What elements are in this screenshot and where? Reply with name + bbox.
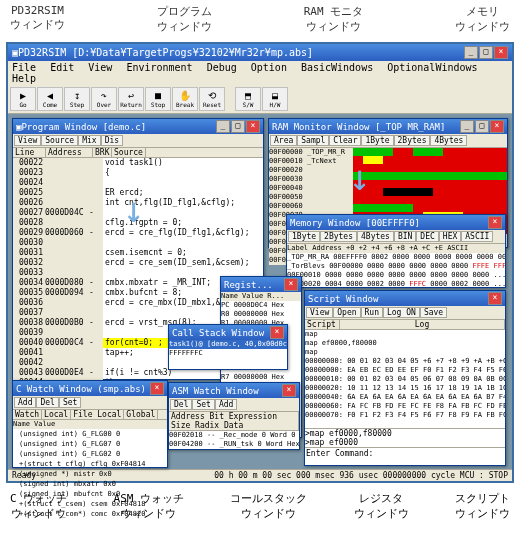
close-button[interactable]: × <box>270 326 284 339</box>
top-callouts: PD32RSIM ウィンドウ プログラム ウィンドウ RAM モニタ ウィンドウ… <box>0 0 520 42</box>
callstack-titlebar[interactable]: Call Stack Window × <box>169 325 287 340</box>
asmwatch-toolbar: Del Set Add <box>169 398 299 412</box>
menu-item[interactable]: OptionalWindows <box>387 62 477 73</box>
tab-watch[interactable]: Watch <box>13 410 42 419</box>
main-title: PD32RSIM [D:¥Data¥TargetProgs¥32102¥Mr32… <box>18 47 313 58</box>
register-titlebar[interactable]: Regist... × <box>221 277 301 292</box>
minimize-button[interactable]: _ <box>464 46 478 59</box>
memory-toolbar: 1Byte 2Bytes 4Bytes BIN DEC HEX ASCII <box>287 230 505 244</box>
maximize-button[interactable]: □ <box>475 120 489 133</box>
menu-item[interactable]: Help <box>12 73 36 84</box>
4bytes-button[interactable]: 4Bytes <box>357 231 394 242</box>
mix-button[interactable]: Mix <box>78 135 100 146</box>
tab-filelocal[interactable]: File Local <box>71 410 124 419</box>
step-button[interactable]: ↧Step <box>64 87 90 111</box>
register-title: Regist... <box>224 280 273 290</box>
maximize-button[interactable]: □ <box>231 120 245 133</box>
set-button[interactable]: Set <box>59 397 81 408</box>
del-button[interactable]: Del <box>170 399 192 410</box>
memory-titlebar[interactable]: Memory Window [00EFFFF0] × <box>287 215 505 230</box>
menu-item[interactable]: Edit <box>50 62 74 73</box>
mdi-area: ▣ Program Window [demo.c] _ □ × View Sou… <box>8 114 512 469</box>
callout: スクリプト ウィンドウ <box>455 491 510 521</box>
sampl-button[interactable]: Sampl <box>297 135 329 146</box>
callout: PD32RSIM ウィンドウ <box>10 4 65 34</box>
close-button[interactable]: × <box>490 120 504 133</box>
reset-button[interactable]: ⟲Reset <box>199 87 225 111</box>
script-body[interactable]: mapmap ef0000,f80000map00000000: 00 01 0… <box>305 330 505 428</box>
menu-item[interactable]: File <box>12 62 36 73</box>
logon-button[interactable]: Log ON <box>383 307 420 318</box>
break-button[interactable]: ✋Break <box>172 87 198 111</box>
sw-button[interactable]: ⬒S/W <box>235 87 261 111</box>
add-button[interactable]: Add <box>215 399 237 410</box>
program-header: Line Address BRK Source <box>13 148 263 158</box>
close-button[interactable]: × <box>150 382 164 395</box>
menu-item[interactable]: View <box>88 62 112 73</box>
del-button[interactable]: Del <box>36 397 58 408</box>
main-toolbar: ▶Go ◀Come ↧Step ↷Over ↩Return ■Stop ✋Bre… <box>8 85 512 114</box>
come-button[interactable]: ◀Come <box>37 87 63 111</box>
script-title: Script Window <box>308 294 378 304</box>
cwatch-titlebar[interactable]: C Watch Window (smp.abs) × <box>13 381 167 396</box>
menu-item[interactable]: Environment <box>126 62 192 73</box>
ram-titlebar[interactable]: RAM Monitor Window [_TOP MR_RAM] _ □ × <box>269 119 507 134</box>
4bytes-button[interactable]: 4Bytes <box>430 135 467 146</box>
view-button[interactable]: View <box>306 307 333 318</box>
view-button[interactable]: View <box>14 135 41 146</box>
dec-button[interactable]: DEC <box>416 231 438 242</box>
close-button[interactable]: × <box>488 292 502 305</box>
add-button[interactable]: Add <box>14 397 36 408</box>
script-titlebar[interactable]: Script Window × <box>305 291 505 306</box>
asmwatch-body[interactable]: 00F02018 -- _Rec_mode 0 Word 000F04200 -… <box>169 431 299 449</box>
program-titlebar[interactable]: ▣ Program Window [demo.c] _ □ × <box>13 119 263 134</box>
stop-button[interactable]: ■Stop <box>145 87 171 111</box>
command-input[interactable]: Enter Command: <box>305 447 505 459</box>
tab-local[interactable]: Local <box>42 410 71 419</box>
maximize-button[interactable]: □ <box>479 46 493 59</box>
go-button[interactable]: ▶Go <box>10 87 36 111</box>
memory-body[interactable]: Label Address +0 +2 +4 +6 +8 +A +C +E AS… <box>287 244 505 289</box>
2bytes-button[interactable]: 2Bytes <box>394 135 431 146</box>
save-button[interactable]: Save <box>420 307 447 318</box>
asmwatch-title: ASM Watch Window <box>172 386 259 396</box>
over-button[interactable]: ↷Over <box>91 87 117 111</box>
clear-button[interactable]: Clear <box>329 135 361 146</box>
callout: レジスタ ウィンドウ <box>354 491 409 521</box>
1byte-button[interactable]: 1Byte <box>361 135 393 146</box>
program-title: Program Window [demo.c] <box>21 122 146 132</box>
hw-button[interactable]: ⬓H/W <box>262 87 288 111</box>
ascii-button[interactable]: ASCII <box>461 231 493 242</box>
callout: RAM モニタ ウィンドウ <box>304 4 364 34</box>
open-button[interactable]: Open <box>333 307 360 318</box>
2bytes-button[interactable]: 2Bytes <box>320 231 357 242</box>
minimize-button[interactable]: _ <box>216 120 230 133</box>
asmwatch-titlebar[interactable]: ASM Watch Window × <box>169 383 299 398</box>
menu-item[interactable]: Debug <box>207 62 237 73</box>
menu-item[interactable]: BasicWindows <box>301 62 373 73</box>
close-button[interactable]: × <box>284 278 298 291</box>
area-button[interactable]: Area <box>270 135 297 146</box>
close-button[interactable]: × <box>246 120 260 133</box>
callout: コールスタック ウィンドウ <box>230 491 307 521</box>
close-button[interactable]: × <box>488 216 502 229</box>
tab-global[interactable]: Global <box>124 410 158 419</box>
hex-button[interactable]: HEX <box>439 231 461 242</box>
callstack-body[interactable]: task1()@ [demo.c, 40,0x00d0c4]FFFFFFFC <box>169 340 287 358</box>
dis-button[interactable]: Dis <box>101 135 123 146</box>
cwatch-body[interactable]: Name Value(unsigned int) G_FLG00 0(unsig… <box>13 420 167 519</box>
close-button[interactable]: × <box>494 46 508 59</box>
close-button[interactable]: × <box>282 384 296 397</box>
callout: メモリ ウィンドウ <box>455 4 510 34</box>
source-button[interactable]: Source <box>41 135 78 146</box>
minimize-button[interactable]: _ <box>460 120 474 133</box>
set-button[interactable]: Set <box>192 399 214 410</box>
menu-item[interactable]: Option <box>251 62 287 73</box>
bin-button[interactable]: BIN <box>394 231 416 242</box>
run-button[interactable]: Run <box>361 307 383 318</box>
main-titlebar[interactable]: ▣ PD32RSIM [D:¥Data¥TargetProgs¥32102¥Mr… <box>8 44 512 61</box>
1byte-button[interactable]: 1Byte <box>288 231 320 242</box>
cwatch-window: C Watch Window (smp.abs) × Add Del Set W… <box>12 380 168 468</box>
return-button[interactable]: ↩Return <box>118 87 144 111</box>
script-window: Script Window × View Open Run Log ON Sav… <box>304 290 506 466</box>
